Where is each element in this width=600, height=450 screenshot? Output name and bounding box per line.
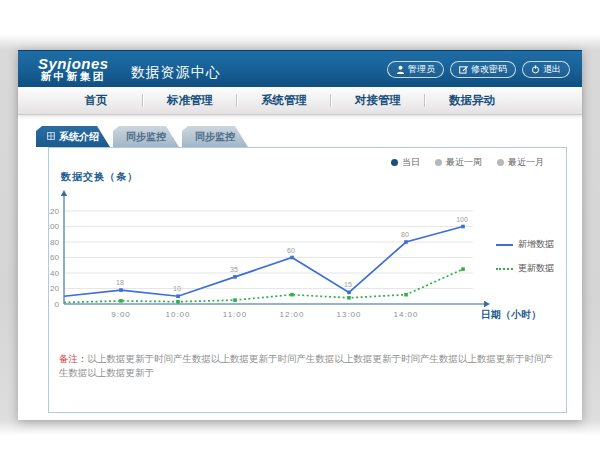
- tab-sync-monitor-2[interactable]: 同步监控: [182, 126, 248, 147]
- nav-item-interface-mgmt[interactable]: 对接管理: [332, 93, 424, 108]
- radio-dot-icon: [497, 159, 504, 166]
- time-range-filters: 当日 最近一周 最近一月: [391, 156, 544, 169]
- svg-text:35: 35: [230, 266, 238, 273]
- legend-label: 新增数据: [518, 238, 554, 251]
- change-password-label: 修改密码: [471, 63, 507, 76]
- svg-text:80: 80: [401, 231, 409, 238]
- svg-text:100: 100: [49, 222, 60, 231]
- radio-dot-icon: [391, 159, 398, 166]
- line-chart: 0204060801001209:0010:0011:0012:0013:001…: [49, 186, 494, 341]
- legend-label: 更新数据: [518, 262, 554, 275]
- app-window: Synjones 新中新集团 数据资源中心 管理员 修改密码 退出: [18, 50, 582, 420]
- svg-text:100: 100: [456, 216, 468, 223]
- svg-text:15: 15: [344, 281, 352, 288]
- filter-label: 最近一月: [508, 156, 544, 169]
- svg-text:40: 40: [50, 269, 59, 278]
- svg-text:11:00: 11:00: [223, 310, 247, 319]
- tab-bar: 系统介绍 同步监控 同步监控: [36, 126, 567, 147]
- legend-item-new-data: 新增数据: [496, 238, 554, 251]
- nav-item-home[interactable]: 首页: [50, 93, 142, 108]
- y-axis-title: 数据交换（条）: [61, 170, 138, 184]
- svg-text:14:00: 14:00: [393, 310, 418, 319]
- svg-text:10: 10: [173, 285, 181, 292]
- tab-label: 同步监控: [126, 130, 166, 144]
- svg-text:12:00: 12:00: [279, 310, 304, 319]
- footnote: 备注：以上数据更新于时间产生数据以上数据更新于时间产生数据以上数据更新于时间产生…: [59, 352, 558, 380]
- nav-item-standard-mgmt[interactable]: 标准管理: [144, 93, 236, 108]
- header-actions: 管理员 修改密码 退出: [387, 61, 570, 78]
- svg-text:20: 20: [50, 284, 59, 293]
- legend-item-updated-data: 更新数据: [496, 262, 554, 275]
- company-logo: Synjones 新中新集团: [38, 56, 109, 83]
- svg-text:18: 18: [116, 279, 124, 286]
- admin-user-button[interactable]: 管理员: [387, 61, 444, 78]
- svg-text:9:00: 9:00: [111, 310, 131, 319]
- filter-last-week[interactable]: 最近一周: [435, 156, 482, 169]
- footnote-prefix: 备注：: [59, 353, 88, 364]
- filter-label: 当日: [402, 156, 420, 169]
- tab-label: 同步监控: [195, 130, 235, 144]
- content-area: 系统介绍 同步监控 同步监控 当日 最近一周: [18, 115, 582, 413]
- tab-sync-monitor-1[interactable]: 同步监控: [113, 126, 179, 147]
- logo-chinese-name: 新中新集团: [38, 71, 109, 82]
- svg-text:10:00: 10:00: [165, 310, 190, 319]
- chart-legend: 新增数据 更新数据: [496, 238, 554, 275]
- svg-text:13:00: 13:00: [336, 310, 361, 319]
- admin-user-label: 管理员: [408, 63, 435, 76]
- x-axis-title: 日期（小时）: [481, 308, 541, 322]
- footnote-text: 以上数据更新于时间产生数据以上数据更新于时间产生数据以上数据更新于时间产生数据以…: [59, 353, 553, 378]
- edit-icon: [459, 65, 468, 74]
- svg-text:80: 80: [50, 238, 59, 247]
- grid-icon: [47, 131, 55, 142]
- nav-item-data-change[interactable]: 数据异动: [426, 93, 518, 108]
- page-title: 数据资源中心: [131, 64, 221, 82]
- radio-dot-icon: [435, 159, 442, 166]
- filter-today[interactable]: 当日: [391, 156, 420, 169]
- tab-label: 系统介绍: [59, 130, 99, 144]
- svg-text:120: 120: [49, 207, 60, 216]
- power-icon: [531, 65, 540, 74]
- chart-panel: 当日 最近一周 最近一月 数据交换（条） 0204060801001209:00…: [48, 147, 567, 413]
- svg-text:60: 60: [287, 247, 295, 254]
- main-nav: 首页 标准管理 系统管理 对接管理 数据异动: [18, 87, 582, 115]
- nav-item-system-mgmt[interactable]: 系统管理: [238, 93, 330, 108]
- tab-system-intro[interactable]: 系统介绍: [36, 126, 110, 147]
- logout-label: 退出: [543, 63, 561, 76]
- solid-line-icon: [496, 244, 513, 246]
- filter-last-month[interactable]: 最近一月: [497, 156, 544, 169]
- logout-button[interactable]: 退出: [522, 61, 570, 78]
- logo-wordmark: Synjones: [38, 56, 109, 72]
- filter-label: 最近一周: [446, 156, 482, 169]
- change-password-button[interactable]: 修改密码: [450, 61, 516, 78]
- app-header: Synjones 新中新集团 数据资源中心 管理员 修改密码 退出: [18, 50, 582, 87]
- dotted-line-icon: [496, 268, 513, 270]
- user-icon: [396, 65, 405, 74]
- svg-text:60: 60: [50, 253, 59, 262]
- svg-text:0: 0: [55, 300, 60, 309]
